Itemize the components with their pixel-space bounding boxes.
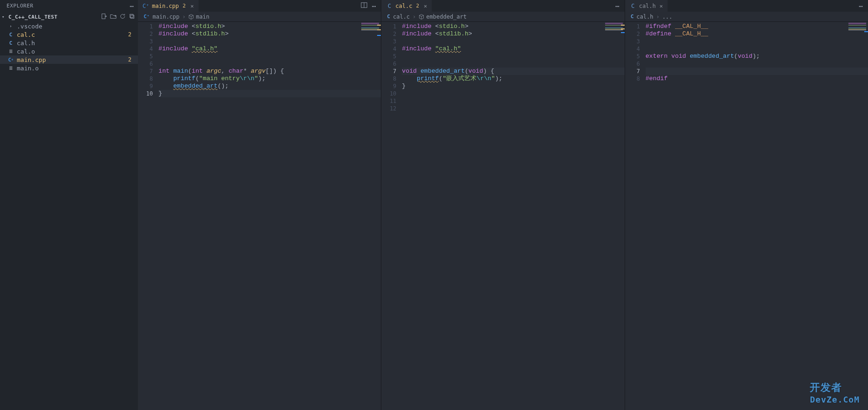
code-line[interactable]: 4#include "cal.h" <box>138 45 381 53</box>
breadcrumb-file[interactable]: cal.c <box>393 14 410 20</box>
code-text: #include "cal.h" <box>158 45 381 53</box>
code-line[interactable]: 2#include <stdlib.h> <box>381 30 624 38</box>
overview-ruler[interactable] <box>376 22 381 410</box>
code-line[interactable]: 3 <box>625 38 868 45</box>
code-line[interactable]: 1#include <stdio.h> <box>381 23 624 30</box>
code-line[interactable]: 8 printf("嵌入式艺术\r\n"); <box>381 75 624 82</box>
line-number: 12 <box>381 105 402 112</box>
svg-rect-0 <box>102 14 105 19</box>
code-line[interactable]: 7 <box>625 68 868 75</box>
line-number: 1 <box>381 23 402 30</box>
c-file-icon: C <box>7 31 14 38</box>
line-number: 8 <box>381 75 402 82</box>
breadcrumb: C⁺main.cpp›main <box>138 12 381 22</box>
pane-more-icon[interactable]: ⋯ <box>859 2 863 10</box>
code-line[interactable]: 9 embedded_art(); <box>138 82 381 90</box>
breadcrumb: Ccal.h›... <box>625 12 868 22</box>
editor-pane: C⁺main.cpp2✕⋯C⁺main.cpp›main1#include <s… <box>138 0 381 410</box>
code-line[interactable]: 7void embedded_art(void) { <box>381 68 624 75</box>
code-line[interactable]: 5 <box>138 53 381 60</box>
line-number: 5 <box>625 53 646 60</box>
new-folder-icon[interactable] <box>110 13 117 21</box>
tab[interactable]: Ccal.c2✕ <box>381 0 432 12</box>
code-text: #include "cal.h" <box>402 45 624 53</box>
code-line[interactable]: 2#include <stdlib.h> <box>138 30 381 38</box>
code-text: int main(int argc, char* argv[]) { <box>158 68 381 75</box>
line-number: 4 <box>625 45 646 53</box>
code-line[interactable]: 10 <box>381 90 624 97</box>
code-line[interactable]: 4 <box>625 45 868 53</box>
file-type-icon: C⁺ <box>143 3 149 9</box>
code-line[interactable]: 4#include "cal.h" <box>381 45 624 53</box>
editor-groups: C⁺main.cpp2✕⋯C⁺main.cpp›main1#include <s… <box>138 0 868 410</box>
code-text: printf("main entry\r\n"); <box>158 75 381 82</box>
code-text: void embedded_art(void) { <box>402 68 624 75</box>
code-line[interactable]: 11 <box>381 97 624 105</box>
refresh-icon[interactable] <box>119 13 126 21</box>
file-type-icon: C⁺ <box>144 14 150 20</box>
code-line[interactable]: 7int main(int argc, char* argv[]) { <box>138 68 381 75</box>
line-number: 6 <box>625 60 646 68</box>
line-number: 7 <box>138 68 158 75</box>
editor-pane: Ccal.h✕⋯Ccal.h›...1#ifndef __CAL_H__2#de… <box>625 0 868 410</box>
code-line[interactable]: 3 <box>381 38 624 45</box>
code-line[interactable]: 8 printf("main entry\r\n"); <box>138 75 381 82</box>
file-row[interactable]: ≡cal.o <box>0 47 138 55</box>
code-text: #include <stdio.h> <box>402 23 624 30</box>
file-name: .vscode <box>17 23 42 30</box>
code-line[interactable]: 1#ifndef __CAL_H__ <box>625 23 868 30</box>
explorer-more-icon[interactable]: ⋯ <box>130 2 134 10</box>
code-line[interactable]: 6 <box>625 60 868 68</box>
code-line[interactable]: 5extern void embedded_art(void); <box>625 53 868 60</box>
file-row[interactable]: Ccal.c2 <box>0 30 138 39</box>
overview-ruler[interactable] <box>863 22 868 410</box>
code-line[interactable]: 6 <box>381 60 624 68</box>
line-number: 2 <box>138 30 158 38</box>
close-icon[interactable]: ✕ <box>660 3 663 9</box>
line-number: 1 <box>625 23 646 30</box>
code-text <box>158 38 381 45</box>
file-row[interactable]: C+main.cpp2 <box>0 55 138 64</box>
file-row[interactable]: ≡main.o <box>0 64 138 72</box>
code-line[interactable]: 6 <box>138 60 381 68</box>
file-tree: ›.vscodeCcal.c2Ccal.h≡cal.oC+main.cpp2≡m… <box>0 22 138 72</box>
code-line[interactable]: 3 <box>138 38 381 45</box>
new-file-icon[interactable] <box>101 13 107 21</box>
split-editor-icon[interactable] <box>361 2 367 10</box>
tab-problem-badge: 2 <box>182 3 187 9</box>
file-row[interactable]: Ccal.h <box>0 39 138 47</box>
line-number: 4 <box>138 45 158 53</box>
code-area[interactable]: 1#include <stdio.h>2#include <stdlib.h>3… <box>381 22 624 410</box>
breadcrumb-symbol[interactable]: embedded_art <box>419 14 467 20</box>
file-type-icon: C <box>387 14 390 20</box>
pane-more-icon[interactable]: ⋯ <box>372 2 376 10</box>
breadcrumb-symbol[interactable]: main <box>188 14 209 20</box>
code-area[interactable]: 1#ifndef __CAL_H__2#define __CAL_H__345e… <box>625 22 868 410</box>
cpp-file-icon: C+ <box>7 56 14 63</box>
code-line[interactable]: 1#include <stdio.h> <box>138 23 381 30</box>
project-name: C_C++_CALL_TEST <box>8 14 57 20</box>
breadcrumb-file[interactable]: cal.h <box>636 14 653 20</box>
code-line[interactable]: 5 <box>381 53 624 60</box>
overview-ruler[interactable] <box>620 22 625 410</box>
breadcrumb-file[interactable]: main.cpp <box>152 14 179 20</box>
breadcrumb-symbol[interactable]: ... <box>662 14 673 20</box>
code-line[interactable]: 12 <box>381 105 624 112</box>
tab[interactable]: Ccal.h✕ <box>625 0 668 12</box>
project-header[interactable]: ▾ C_C++_CALL_TEST <box>0 12 138 22</box>
close-icon[interactable]: ✕ <box>424 3 427 9</box>
code-line[interactable]: 2#define __CAL_H__ <box>625 30 868 38</box>
tab-title: cal.h <box>639 3 656 9</box>
pane-more-icon[interactable]: ⋯ <box>615 2 620 10</box>
close-icon[interactable]: ✕ <box>190 3 193 9</box>
code-line[interactable]: 8#endif <box>625 75 868 82</box>
tab[interactable]: C⁺main.cpp2✕ <box>138 0 199 12</box>
code-line[interactable]: 10} <box>138 90 381 97</box>
line-number: 3 <box>138 38 158 45</box>
code-line[interactable]: 9} <box>381 82 624 90</box>
code-text: } <box>158 90 381 97</box>
file-icon: ≡ <box>7 65 14 71</box>
collapse-all-icon[interactable] <box>129 13 135 21</box>
file-row[interactable]: ›.vscode <box>0 22 138 30</box>
code-area[interactable]: 1#include <stdio.h>2#include <stdlib.h>3… <box>138 22 381 410</box>
